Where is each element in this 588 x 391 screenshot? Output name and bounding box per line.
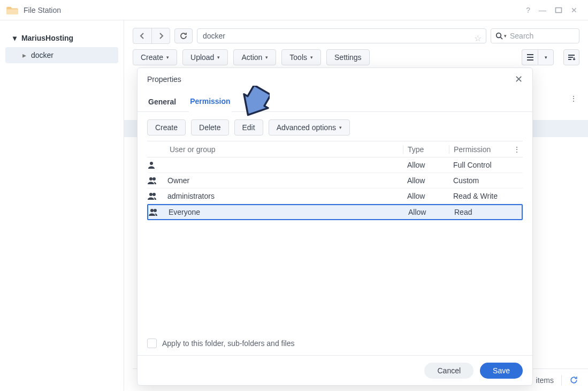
row-type: Allow [403,176,449,185]
svg-point-1 [497,33,501,38]
caret-right-icon: ▸ [22,47,28,63]
path-input[interactable]: docker ☆ [197,28,486,43]
perm-create-button[interactable]: Create [147,119,186,136]
table-header-menu[interactable]: ⋮ [570,94,577,103]
tree-root-label: MariusHosting [21,34,73,42]
col-permission[interactable]: Permission ⋮ [449,145,523,154]
perm-advanced-button[interactable]: Advanced options▾ [269,119,350,136]
favorite-star-icon[interactable]: ☆ [474,32,482,46]
group-icon [148,208,169,216]
row-user: administrators [167,192,403,200]
view-list-button[interactable] [522,49,538,65]
col-type[interactable]: Type [403,145,449,154]
tree-item-docker[interactable]: ▸ docker [5,47,118,63]
cancel-button[interactable]: Cancel [424,363,474,379]
nav-forward[interactable] [151,28,170,43]
search-icon [495,32,503,40]
perm-delete-button[interactable]: Delete [191,119,228,136]
status-refresh[interactable] [569,375,578,385]
row-user: Everyone [169,208,404,216]
app-title: File Station [24,6,522,14]
user-icon [147,161,167,169]
window-help[interactable]: ? [522,4,534,17]
col-menu-icon[interactable]: ⋮ [513,145,521,154]
nav-history [133,28,170,44]
row-permission: Full Control [449,161,523,169]
create-button[interactable]: Create▾ [133,49,177,65]
search-dropdown-icon[interactable]: ▾ [504,33,507,39]
window-maximize[interactable] [551,5,567,16]
window-minimize[interactable]: — [534,4,551,17]
row-type: Allow [403,192,449,200]
items-count-label: items [536,376,554,385]
properties-dialog: Properties ✕ General Permission Create D… [137,67,533,386]
group-icon [147,192,167,200]
action-button[interactable]: Action▾ [233,49,276,65]
path-value: docker [203,32,225,40]
caret-down-icon: ▾ [13,30,18,46]
svg-rect-0 [556,7,562,12]
app-folder-icon [6,5,18,15]
nav-back[interactable] [133,28,151,43]
row-type: Allow [403,161,449,169]
view-dropdown[interactable]: ▾ [538,49,554,65]
row-permission: Read & Write [449,192,523,200]
permission-row[interactable]: AllowFull Control [147,157,523,173]
tree-root[interactable]: ▾ MariusHosting [0,30,124,46]
settings-button[interactable]: Settings [326,49,370,65]
perm-edit-button[interactable]: Edit [234,119,263,136]
dialog-title: Properties [147,75,181,84]
upload-button[interactable]: Upload▾ [182,49,228,65]
tools-button[interactable]: Tools▾ [281,49,321,65]
dialog-close[interactable]: ✕ [515,73,523,85]
save-button[interactable]: Save [480,363,523,379]
group-icon [147,177,167,184]
row-permission: Custom [449,176,523,185]
folder-tree: ▾ MariusHosting ▸ docker [0,20,124,391]
permission-table: User or group Type Permission ⋮ AllowFul… [147,141,523,220]
window-close[interactable]: ✕ [567,4,582,17]
permission-row[interactable]: administratorsAllowRead & Write [147,189,523,204]
svg-line-2 [501,37,503,40]
search-placeholder: Search [510,32,533,40]
apply-checkbox[interactable] [147,339,157,348]
apply-label: Apply to this folder, sub-folders and fi… [162,339,294,348]
permission-row[interactable]: EveryoneAllowRead [147,204,523,220]
permission-row[interactable]: OwnerAllowCustom [147,173,523,189]
col-user[interactable]: User or group [147,145,403,154]
tab-permission[interactable]: Permission [189,92,231,112]
row-permission: Read [450,208,522,216]
nav-reload[interactable] [174,28,193,43]
row-user: Owner [167,176,403,185]
row-type: Allow [404,208,450,216]
tree-item-label: docker [31,51,54,59]
tab-general[interactable]: General [147,92,177,111]
sort-button[interactable] [563,49,579,65]
search-input[interactable]: ▾ Search [491,28,579,43]
